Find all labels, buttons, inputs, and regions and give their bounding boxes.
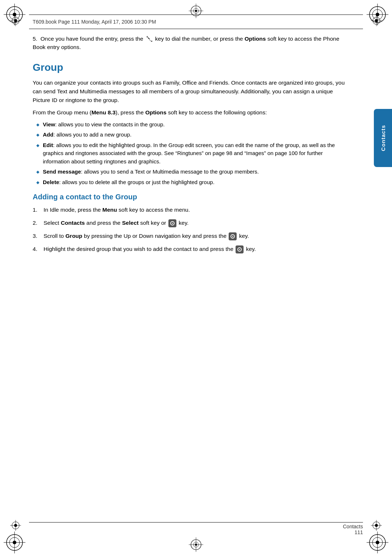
- step-4: 4. Highlight the desired group that you …: [33, 245, 345, 253]
- left-footer-mark: [10, 520, 21, 532]
- step-4-num: 4.: [33, 245, 37, 253]
- page-footer: Contacts 111: [29, 524, 363, 535]
- page-header: T609.book Page 111 Monday, April 17, 200…: [29, 15, 363, 29]
- header-text: T609.book Page 111 Monday, April 17, 200…: [33, 19, 156, 25]
- step-1-num: 1.: [33, 206, 37, 214]
- step-3-num: 3.: [33, 232, 37, 240]
- right-footer-mark: [371, 520, 382, 532]
- step-2: 2. Select Contacts and press the Select …: [33, 219, 345, 227]
- sidebar-tab-label: Contacts: [380, 125, 386, 151]
- bullet-list: View: allows you to view the contacts in…: [36, 121, 345, 187]
- step-1: 1. In Idle mode, press the Menu soft key…: [33, 206, 345, 214]
- group-heading: Group: [33, 62, 345, 73]
- group-body: You can organize your contacts into grou…: [33, 78, 345, 105]
- right-edge-mark: [371, 15, 382, 28]
- svg-point-51: [232, 236, 233, 237]
- bullet-send: Send message: allows you to send a Text …: [36, 168, 345, 176]
- main-content: 5. Once you have found the entry, press …: [33, 34, 345, 521]
- numbered-steps: 1. In Idle mode, press the Menu soft key…: [33, 206, 345, 253]
- bullet-view: View: allows you to view the contacts in…: [36, 121, 345, 129]
- step-5-num: 5.: [33, 36, 41, 42]
- corner-mark-br: [367, 532, 388, 553]
- svg-point-48: [172, 223, 173, 224]
- bullet-edit: Edit: allows you to edit the highlighted…: [36, 141, 345, 166]
- footer-page: 111: [355, 529, 363, 535]
- bullet-add: Add: allows you to add a new group.: [36, 131, 345, 139]
- left-edge-mark: [10, 15, 21, 28]
- bottom-center-mark: [189, 537, 203, 553]
- corner-mark-bl: [4, 532, 25, 553]
- menu-ref: From the Group menu (Menu 8.3), press th…: [33, 108, 345, 117]
- sidebar-tab: Contacts: [374, 109, 392, 167]
- footer-section: Contacts: [343, 524, 363, 529]
- step-5: 5. Once you have found the entry, press …: [33, 34, 345, 52]
- page: T609.book Page 111 Monday, April 17, 200…: [0, 0, 392, 557]
- bullet-delete: Delete: allows you to delete all the gro…: [36, 178, 345, 187]
- svg-point-54: [239, 249, 240, 250]
- adding-contact-heading: Adding a contact to the Group: [33, 193, 345, 201]
- step-3: 3. Scroll to Group by pressing the Up or…: [33, 232, 345, 240]
- bottom-border: [29, 522, 363, 523]
- step-2-num: 2.: [33, 219, 37, 227]
